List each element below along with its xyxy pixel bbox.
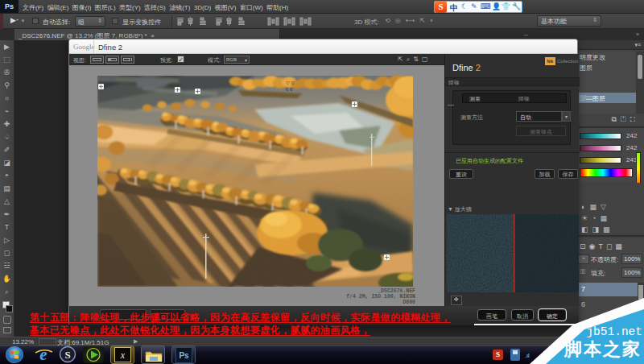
- svg-text:e: e: [39, 345, 47, 364]
- svg-text:S: S: [64, 349, 70, 361]
- svg-text:▽ ▽: ▽ ▽: [286, 81, 295, 85]
- svg-text:6 6: 6 6: [286, 87, 293, 92]
- svg-text:jb51.net: jb51.net: [586, 325, 642, 338]
- svg-text:x: x: [120, 350, 126, 361]
- svg-text:脚本之家: 脚本之家: [564, 339, 642, 359]
